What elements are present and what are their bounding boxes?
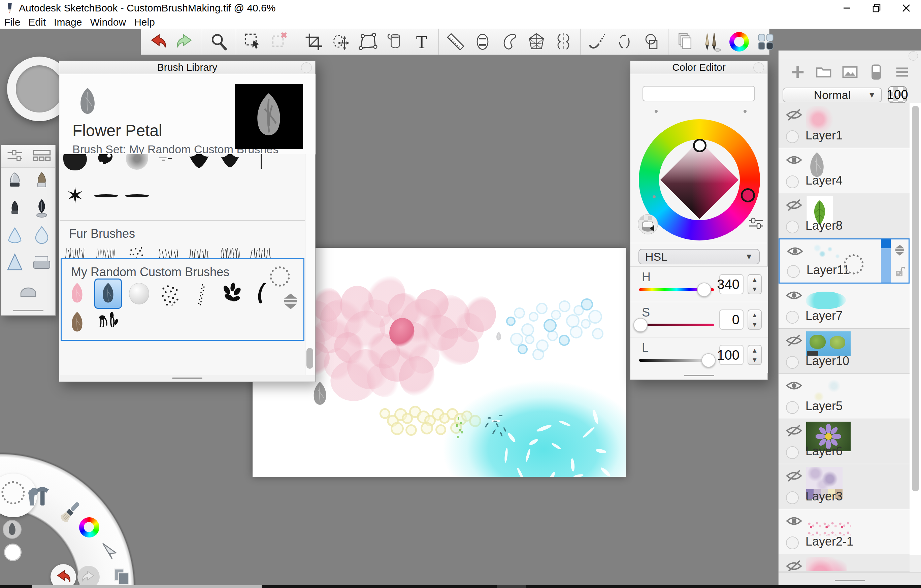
eye-slash-icon[interactable] <box>785 108 803 122</box>
minimize-button[interactable] <box>832 0 862 16</box>
transform-ellipse-icon[interactable] <box>330 31 352 53</box>
eye-slash-icon[interactable] <box>785 333 803 347</box>
layer-row-layer8[interactable]: Layer8 <box>779 193 910 238</box>
brushlib-drag-handle[interactable] <box>172 378 202 379</box>
saturation-selector[interactable] <box>693 139 706 152</box>
coloredit-drag-handle[interactable] <box>684 375 714 376</box>
current-brush-swatch[interactable] <box>3 520 21 539</box>
eye-slash-icon[interactable] <box>785 423 803 438</box>
s-value-field[interactable]: 0 <box>719 309 744 330</box>
h-value-field[interactable]: 340 <box>719 274 744 294</box>
layer-opacity-field[interactable]: 100 <box>888 86 907 103</box>
panel-collapse-button[interactable] <box>753 62 764 73</box>
brush-pencils-icon[interactable] <box>701 31 723 53</box>
shape-tool-icon[interactable] <box>640 31 662 53</box>
l-value-field[interactable]: 100 <box>719 345 744 365</box>
magnifier-icon[interactable] <box>208 31 230 53</box>
layer-row-layer11[interactable]: Layer11 <box>779 238 910 283</box>
eye-icon[interactable] <box>785 153 803 167</box>
layer-radio[interactable] <box>786 221 799 233</box>
brush-library-header[interactable]: Brush Library <box>59 61 315 74</box>
brush-slate-petal[interactable] <box>93 279 124 308</box>
palette-drag-handle[interactable] <box>13 310 44 311</box>
eye-slash-icon[interactable] <box>785 559 803 572</box>
layer-row-layer5[interactable]: Layer5 <box>779 374 910 419</box>
brush-crown-b[interactable] <box>215 154 246 173</box>
brush-floral-spray[interactable] <box>93 308 124 337</box>
layer-row-layer4[interactable]: Layer4 <box>779 148 910 193</box>
brush-speckle-trail[interactable] <box>186 279 216 308</box>
eye-icon[interactable] <box>785 378 803 393</box>
h-slider[interactable] <box>639 288 714 291</box>
eye-icon[interactable] <box>786 244 804 258</box>
layer-row[interactable] <box>779 554 910 572</box>
tools-icon[interactable] <box>24 483 53 511</box>
hue-selector[interactable] <box>741 188 755 202</box>
ballpoint-pen-tool[interactable] <box>3 169 27 195</box>
eye-icon[interactable] <box>785 288 803 303</box>
undo-icon[interactable] <box>147 31 169 53</box>
transparent-color-button[interactable] <box>638 214 658 235</box>
l-slider[interactable] <box>639 359 714 362</box>
grid-icon[interactable] <box>32 148 52 165</box>
deselect-icon[interactable] <box>269 31 291 53</box>
symmetry-icon[interactable] <box>552 31 574 53</box>
paintbrush-tool[interactable] <box>29 169 54 195</box>
layer-row-layer7[interactable]: Layer7 <box>779 283 910 329</box>
pages-icon[interactable] <box>111 567 133 588</box>
eye-slash-icon[interactable] <box>785 198 803 212</box>
layer-row-layer3[interactable]: Layer3 <box>779 464 910 509</box>
layer-menu-icon[interactable] <box>893 63 911 82</box>
slider-thumb[interactable] <box>633 318 648 332</box>
layer-row-layer10[interactable]: Layer10 <box>779 329 910 374</box>
blend-mode-dropdown[interactable]: Normal ▼ <box>783 88 882 103</box>
brush-pink-petal[interactable] <box>62 279 93 308</box>
scrollbar-thumb[interactable] <box>306 348 313 369</box>
brush-thin-line[interactable] <box>246 154 277 173</box>
import-image-button[interactable] <box>841 63 859 82</box>
layer-row-layer1[interactable]: Layer1 <box>779 103 910 148</box>
slider-thumb[interactable] <box>697 283 711 297</box>
cursor-icon[interactable] <box>98 541 120 562</box>
sliders-icon[interactable] <box>5 148 25 165</box>
redo-button[interactable] <box>78 566 100 588</box>
add-layer-button[interactable] <box>789 63 807 82</box>
color-mode-dropdown[interactable]: HSL ▼ <box>638 249 760 264</box>
layer-sort-handle[interactable] <box>891 239 908 261</box>
menu-item-edit[interactable]: Edit <box>24 16 50 28</box>
scrollbar-thumb[interactable] <box>912 106 919 491</box>
steady-stroke-icon[interactable] <box>586 31 609 53</box>
color-value-input[interactable] <box>643 86 755 101</box>
layer-radio[interactable] <box>786 176 799 188</box>
ui-toggle-icon[interactable] <box>755 31 777 53</box>
layer-radio[interactable] <box>786 311 799 324</box>
ellipse-tool-icon[interactable] <box>613 31 635 53</box>
brush-splat-b[interactable] <box>91 154 122 173</box>
brush-splat-a[interactable] <box>60 154 91 173</box>
menu-item-file[interactable]: File <box>0 16 24 28</box>
text-tool-icon[interactable]: T <box>410 31 433 53</box>
pencil-tool[interactable] <box>3 195 27 223</box>
layer-radio[interactable] <box>786 130 799 143</box>
brush-crown-a[interactable] <box>184 154 215 173</box>
color-wheel-icon[interactable] <box>728 31 750 53</box>
brush-lens-stroke[interactable] <box>122 181 153 210</box>
layer-radio[interactable] <box>786 536 799 549</box>
layers-header[interactable] <box>779 50 921 58</box>
brush-dot-scatter[interactable] <box>155 279 186 308</box>
eye-icon[interactable] <box>785 514 803 528</box>
layer-radio[interactable] <box>786 491 799 504</box>
layer-radio[interactable] <box>787 265 800 278</box>
undo-button[interactable] <box>50 564 76 588</box>
h-stepper[interactable]: ▲▼ <box>748 274 762 294</box>
layers-drag-handle[interactable] <box>835 580 865 581</box>
layer-radio[interactable] <box>786 356 799 369</box>
ellipse-guide-icon[interactable] <box>472 31 494 53</box>
brush-splat-c[interactable] <box>122 154 153 173</box>
s-slider[interactable] <box>639 324 714 326</box>
layer-row-layer6[interactable]: Layer6 <box>779 419 910 464</box>
close-button[interactable] <box>892 0 921 16</box>
copy-pages-icon[interactable] <box>674 31 696 53</box>
brush-splat-d[interactable] <box>153 154 184 173</box>
marker-triangle-tool[interactable] <box>3 249 27 277</box>
